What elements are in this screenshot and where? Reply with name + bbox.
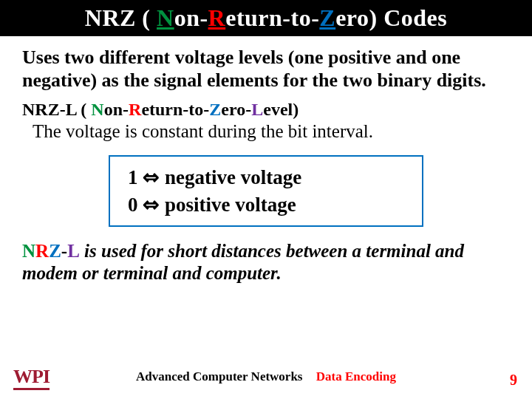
- voltage-mapping-box: 1 ⇔ negative voltage 0 ⇔ positive voltag…: [109, 155, 423, 227]
- nrzl-subtext: The voltage is constant during the bit i…: [33, 120, 510, 143]
- slide-body: Uses two different voltage levels (one p…: [0, 36, 532, 284]
- arrow-icon: ⇔: [143, 166, 160, 188]
- nrzl-heading: NRZ-L ( Non-Return-to-Zero-Level): [22, 99, 510, 120]
- nrzl-inline: NRZ-L: [22, 241, 80, 261]
- nrzl-R: R: [129, 100, 141, 119]
- title-N: N: [157, 4, 174, 31]
- footer-topic: Data Encoding: [316, 369, 396, 383]
- footer-course: Advanced Computer Networks: [136, 369, 302, 383]
- arrow-icon: ⇔: [143, 194, 160, 216]
- nrzl-prefix: NRZ-L (: [22, 100, 91, 119]
- map1-bit: 1: [128, 166, 143, 188]
- nrzl-N: N: [91, 100, 103, 119]
- map0-voltage: positive voltage: [160, 194, 296, 216]
- nrzl-L: L: [251, 100, 263, 119]
- title-prefix: NRZ (: [85, 4, 157, 31]
- mapping-line-1: 1 ⇔ negative voltage: [128, 164, 409, 191]
- usage-paragraph: NRZ-L is used for short distances betwee…: [22, 240, 510, 284]
- wpi-logo: WPI: [13, 366, 50, 390]
- intro-paragraph: Uses two different voltage levels (one p…: [22, 47, 510, 92]
- map1-voltage: negative voltage: [160, 166, 301, 188]
- slide-title: NRZ ( Non-Return-to-Zero) Codes: [0, 0, 532, 36]
- title-suffix: ero) Codes: [335, 4, 447, 31]
- nrzl-suffix: evel): [263, 100, 299, 119]
- title-eturn: eturn-to-: [225, 4, 319, 31]
- slide-footer: WPI Advanced Computer Networks Data Enco…: [0, 365, 532, 392]
- map0-bit: 0: [128, 194, 143, 216]
- usage-text: is used for short distances between a te…: [22, 241, 464, 283]
- page-number: 9: [510, 372, 517, 389]
- nrzl-ero: ero-: [221, 100, 251, 119]
- nrzl-Z: Z: [209, 100, 221, 119]
- nrzl-eturn: eturn-to-: [141, 100, 209, 119]
- title-on: on-: [174, 4, 208, 31]
- footer-center: Advanced Computer Networks Data Encoding: [0, 365, 532, 384]
- nrzl-on: on-: [104, 100, 129, 119]
- title-Z: Z: [319, 4, 335, 31]
- title-R: R: [208, 4, 226, 31]
- mapping-line-0: 0 ⇔ positive voltage: [128, 191, 409, 218]
